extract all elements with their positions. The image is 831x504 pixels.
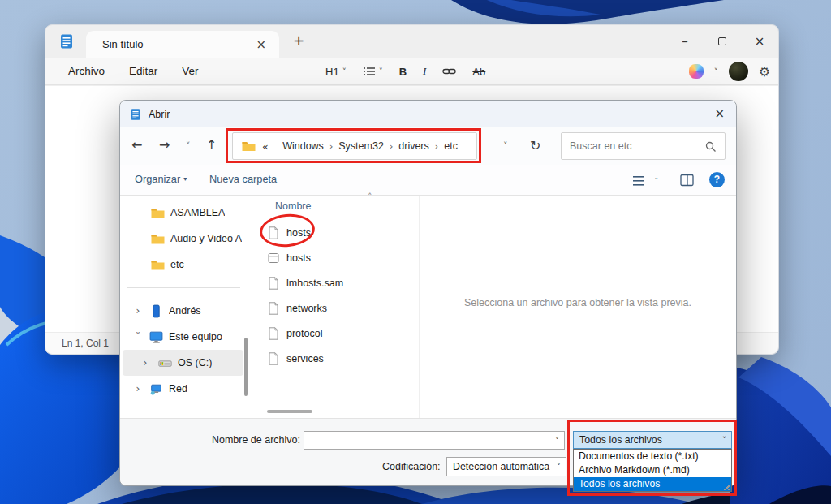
sidebar-item-label: OS (C:): [178, 357, 212, 368]
sidebar-item-this-pc[interactable]: ˅ Este equipo: [120, 324, 248, 350]
close-button[interactable]: ×: [741, 25, 778, 58]
file-row-hosts-ics[interactable]: hosts: [252, 245, 416, 270]
window-controls: – ×: [666, 25, 778, 58]
view-chevron-icon[interactable]: ˅: [655, 177, 659, 185]
drive-icon: [158, 356, 172, 370]
chevron-right-icon[interactable]: ›: [140, 357, 150, 368]
desktop: Sin título × + – × Archivo Editar Ver H1…: [0, 0, 831, 504]
search-input[interactable]: [570, 134, 700, 158]
chevron-right-icon[interactable]: ›: [133, 305, 143, 317]
dialog-navigation-row: ← → ˅ ↑ « . Windows › System32 › drivers…: [120, 127, 736, 165]
encoding-combobox[interactable]: Detección automática ˅: [446, 457, 566, 476]
file-icon: [267, 327, 280, 340]
chevron-down-icon[interactable]: ˅: [555, 436, 559, 445]
breadcrumb-windows[interactable]: Windows: [282, 140, 324, 152]
sidebar-item-asamblea[interactable]: ASAMBLEA: [120, 200, 248, 226]
up-button[interactable]: ↑: [206, 137, 217, 153]
dialog-command-bar: Organizar▾ Nueva carpeta ˅ ?: [120, 165, 736, 196]
folder-icon: [242, 140, 256, 152]
sidebar-divider: [127, 287, 240, 288]
cursor-position: Ln 1, Col 1: [62, 338, 109, 349]
tab-title: Sin título: [102, 38, 252, 50]
file-row-hosts[interactable]: hosts: [252, 220, 416, 245]
menu-archivo[interactable]: Archivo: [56, 65, 117, 77]
dialog-close-icon[interactable]: ×: [714, 106, 725, 121]
file-row-lmhosts[interactable]: lmhosts.sam: [252, 270, 416, 295]
card-file-icon: [267, 252, 280, 265]
organize-label: Organizar: [135, 173, 180, 185]
list-icon: [363, 66, 376, 77]
menu-ver[interactable]: Ver: [170, 65, 210, 77]
address-bar[interactable]: « . Windows › System32 › drivers › etc: [232, 132, 477, 160]
tab-close-icon[interactable]: ×: [252, 37, 269, 52]
clear-format-button[interactable]: Ab: [472, 66, 485, 78]
heading-button[interactable]: H1 ˅: [325, 66, 347, 78]
back-button[interactable]: ←: [131, 137, 142, 153]
breadcrumb-overflow[interactable]: «: [262, 140, 269, 153]
open-file-dialog: Abrir × ← → ˅ ↑ « . Windows › System32 ›…: [119, 100, 737, 486]
filename-input[interactable]: [308, 433, 546, 448]
list-button[interactable]: ˅: [363, 66, 383, 77]
address-dropdown-chevron[interactable]: ˅: [503, 140, 508, 151]
file-name: services: [286, 353, 324, 364]
file-list-horizontal-scrollbar[interactable]: [267, 410, 312, 413]
settings-gear-icon[interactable]: ⚙: [759, 64, 770, 80]
organize-button[interactable]: Organizar▾: [135, 173, 187, 185]
filename-combobox[interactable]: ˅: [304, 431, 565, 450]
dialog-title: Abrir: [149, 109, 170, 120]
phone-icon: [149, 304, 163, 318]
breadcrumb-etc[interactable]: etc: [444, 140, 458, 152]
copilot-icon[interactable]: [689, 64, 704, 79]
breadcrumb-system32[interactable]: System32: [338, 140, 384, 152]
help-button[interactable]: ?: [709, 172, 725, 187]
filetype-dropdown-list: Documentos de texto (*.txt) Archivo Mark…: [573, 449, 732, 492]
folder-icon: [151, 206, 165, 220]
file-row-services[interactable]: services: [252, 346, 416, 371]
sidebar-item-os-c[interactable]: › OS (C:): [123, 350, 243, 376]
file-icon: [267, 302, 280, 315]
file-row-networks[interactable]: networks: [252, 295, 416, 321]
forward-button[interactable]: →: [159, 137, 170, 153]
filetype-combobox[interactable]: Todos los archivos ˅: [573, 431, 732, 449]
italic-button[interactable]: I: [423, 65, 426, 78]
new-tab-button[interactable]: +: [293, 32, 304, 49]
account-avatar[interactable]: [729, 62, 748, 81]
maximize-button[interactable]: [704, 25, 741, 58]
format-toolbar: H1 ˅ ˅ B I Ab: [325, 58, 485, 85]
filetype-option-md[interactable]: Archivo Markdown (*.md): [574, 463, 731, 477]
search-icon: [705, 141, 717, 153]
bold-button[interactable]: B: [399, 66, 407, 78]
breadcrumb-sep-icon: ›: [329, 141, 333, 152]
preview-pane-icon[interactable]: [680, 174, 694, 187]
chevron-right-icon[interactable]: ›: [133, 383, 143, 394]
sidebar-item-network[interactable]: › Red: [120, 376, 248, 402]
sort-ascending-icon: ˄: [368, 192, 372, 202]
sidebar-item-label: ASAMBLEA: [170, 207, 225, 218]
file-name: networks: [286, 303, 327, 314]
breadcrumb-drivers[interactable]: drivers: [398, 140, 429, 152]
sidebar-item-audio-video[interactable]: Audio y Video A: [120, 226, 248, 252]
view-details-icon[interactable]: [632, 175, 645, 187]
filetype-option-txt[interactable]: Documentos de texto (*.txt): [574, 450, 731, 463]
sidebar-scrollbar[interactable]: [244, 338, 248, 396]
column-header-nombre[interactable]: Nombre: [275, 200, 311, 212]
new-folder-button[interactable]: Nueva carpeta: [209, 173, 277, 185]
chevron-down-icon[interactable]: ˅: [133, 331, 143, 342]
menu-editar[interactable]: Editar: [117, 65, 170, 77]
search-box[interactable]: [561, 132, 726, 160]
chevron-down-icon: ˅: [379, 67, 383, 76]
link-button[interactable]: [442, 67, 456, 76]
folder-icon: [151, 258, 165, 272]
minimize-button[interactable]: –: [666, 25, 704, 58]
sidebar-item-etc[interactable]: etc: [120, 252, 248, 278]
tab-sin-titulo[interactable]: Sin título ×: [86, 31, 279, 58]
breadcrumb-sep-icon: ›: [435, 141, 438, 152]
chevron-down-icon[interactable]: ˅: [557, 463, 561, 472]
filetype-option-all[interactable]: Todos los archivos: [574, 477, 731, 491]
recent-locations-chevron[interactable]: ˅: [186, 140, 191, 151]
chevron-down-icon[interactable]: ˅: [722, 436, 726, 445]
chevron-down-icon[interactable]: ˅: [714, 67, 718, 76]
sidebar-item-user[interactable]: › Andrés: [120, 298, 248, 324]
file-row-protocol[interactable]: protocol: [252, 321, 416, 346]
refresh-icon[interactable]: ↻: [530, 138, 540, 153]
